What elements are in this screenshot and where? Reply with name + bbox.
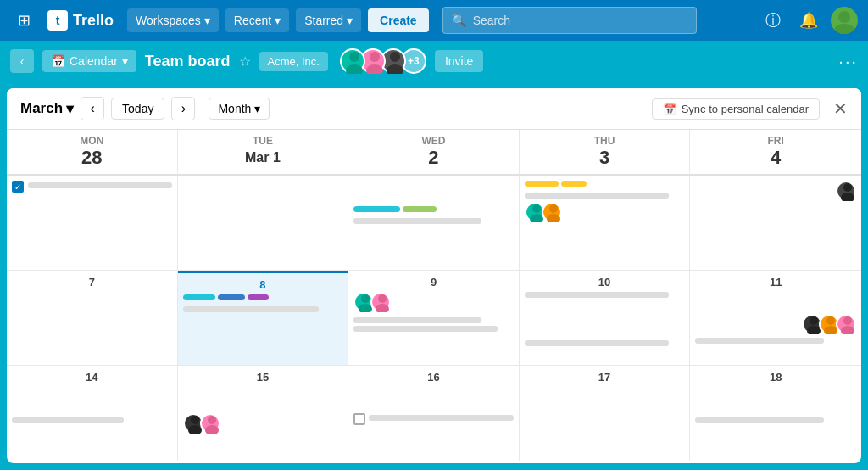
logo-text: Trello bbox=[73, 12, 114, 30]
svg-point-22 bbox=[843, 316, 852, 325]
trello-logo: t Trello bbox=[47, 10, 114, 31]
calendar-container: March ▾ ‹ Today › Month ▾ 📅 Sync to pers… bbox=[7, 88, 861, 463]
card-line-2 bbox=[525, 340, 669, 346]
sync-label: Sync to personal calendar bbox=[682, 103, 809, 115]
mini-avatar-fri4 bbox=[836, 181, 856, 201]
today-button[interactable]: Today bbox=[111, 98, 164, 120]
month-view-label: Month bbox=[218, 102, 251, 115]
cell-tue-mar1[interactable] bbox=[178, 176, 349, 271]
color-bars bbox=[353, 206, 514, 215]
search-box[interactable]: 🔍 Search bbox=[442, 7, 697, 34]
chevron-down-icon: ▾ bbox=[275, 14, 281, 27]
svg-point-7 bbox=[387, 64, 403, 74]
prev-month-button[interactable]: ‹ bbox=[81, 97, 104, 120]
cell-thu-17[interactable]: 17 bbox=[520, 366, 691, 461]
chevron-down-icon: ▾ bbox=[122, 54, 128, 68]
search-icon: 🔍 bbox=[452, 14, 466, 27]
card-line bbox=[183, 306, 319, 312]
calendar-icon: 📅 bbox=[51, 54, 65, 68]
svg-point-27 bbox=[205, 425, 219, 434]
more-options-button[interactable]: ··· bbox=[838, 52, 858, 71]
cell-thu-3[interactable] bbox=[520, 176, 691, 271]
card-line bbox=[695, 338, 824, 344]
svg-point-8 bbox=[532, 204, 541, 213]
month-view-button[interactable]: Month ▾ bbox=[209, 98, 270, 120]
purple-bar bbox=[248, 294, 269, 300]
cell-wed-16[interactable]: 16 bbox=[348, 366, 520, 461]
next-month-button[interactable]: › bbox=[171, 97, 195, 120]
day-header-mon: Mon 28 bbox=[7, 130, 178, 176]
svg-point-1 bbox=[834, 24, 854, 34]
checkbox-empty bbox=[353, 413, 365, 425]
svg-point-6 bbox=[390, 52, 400, 62]
close-calendar-button[interactable]: ✕ bbox=[833, 98, 848, 119]
cyan-bar bbox=[353, 206, 400, 212]
collapse-sidebar-button[interactable]: ‹ bbox=[10, 49, 34, 73]
cell-date-7: 7 bbox=[12, 276, 172, 288]
cell-fri-18[interactable]: 18 bbox=[690, 366, 861, 461]
svg-point-12 bbox=[843, 183, 852, 192]
info-button[interactable]: ⓘ bbox=[760, 7, 787, 34]
cell-wed-2[interactable] bbox=[348, 176, 520, 271]
create-label: Create bbox=[380, 14, 417, 27]
checkbox-icon: ✓ bbox=[12, 181, 24, 193]
view-selector-button[interactable]: 📅 Calendar ▾ bbox=[42, 50, 136, 72]
svg-point-24 bbox=[191, 416, 199, 424]
cell-tue-15[interactable]: 15 bbox=[178, 366, 349, 461]
cell-mon-7[interactable]: 7 bbox=[7, 271, 178, 366]
cell-mon-14[interactable]: 14 bbox=[7, 366, 178, 461]
invite-button[interactable]: Invite bbox=[435, 50, 483, 72]
star-icon[interactable]: ☆ bbox=[239, 53, 251, 70]
mini-avatar-3 bbox=[836, 314, 856, 334]
svg-point-23 bbox=[841, 326, 854, 334]
cell-fri-11[interactable]: 11 bbox=[690, 271, 861, 366]
starred-button[interactable]: Starred ▾ bbox=[296, 8, 361, 32]
day-header-wed: Wed 2 bbox=[348, 130, 520, 176]
create-button[interactable]: Create bbox=[368, 8, 429, 32]
card-line bbox=[353, 218, 481, 224]
mini-avatar-2 bbox=[542, 202, 562, 222]
nav-right: ⓘ 🔔 bbox=[760, 7, 858, 34]
cell-date-14: 14 bbox=[12, 371, 172, 383]
mini-avatars bbox=[525, 202, 685, 222]
sync-calendar-button[interactable]: 📅 Sync to personal calendar bbox=[652, 98, 820, 120]
cell-date-11: 11 bbox=[695, 276, 856, 288]
green-bar bbox=[403, 206, 437, 212]
yellow-bar bbox=[525, 181, 559, 187]
recent-label: Recent bbox=[234, 14, 271, 27]
workspace-tag[interactable]: Acme, Inc. bbox=[259, 52, 328, 71]
card-line bbox=[12, 417, 124, 423]
member-avatar-1[interactable] bbox=[340, 48, 365, 74]
month-selector[interactable]: March ▾ bbox=[20, 100, 74, 118]
color-bars bbox=[183, 294, 343, 303]
cell-tue-8[interactable]: 8 bbox=[178, 271, 349, 366]
logo-box: t bbox=[47, 10, 68, 31]
cell-thu-10[interactable]: 10 bbox=[520, 271, 691, 366]
cell-date-17: 17 bbox=[525, 371, 685, 383]
cell-fri-4[interactable] bbox=[690, 176, 861, 271]
view-label: Calendar bbox=[70, 54, 118, 68]
card-line bbox=[369, 415, 514, 421]
workspaces-button[interactable]: Workspaces ▾ bbox=[127, 8, 219, 32]
notifications-button[interactable]: 🔔 bbox=[795, 7, 822, 34]
month-label: March bbox=[20, 100, 63, 117]
svg-point-3 bbox=[346, 64, 363, 74]
blue-bar bbox=[218, 294, 245, 300]
svg-point-17 bbox=[376, 304, 389, 312]
chevron-down-icon: ▾ bbox=[66, 100, 74, 118]
svg-point-0 bbox=[838, 11, 850, 23]
recent-button[interactable]: Recent ▾ bbox=[225, 8, 289, 32]
svg-point-16 bbox=[378, 294, 387, 303]
svg-point-10 bbox=[549, 204, 558, 213]
invite-label: Invite bbox=[445, 54, 473, 68]
cell-wed-9[interactable]: 9 bbox=[348, 271, 520, 366]
grid-menu-button[interactable]: ⊞ bbox=[10, 7, 37, 34]
cell-date-15: 15 bbox=[183, 371, 343, 383]
user-avatar[interactable] bbox=[831, 7, 858, 34]
cyan-bar bbox=[183, 294, 215, 300]
card-line bbox=[525, 193, 669, 199]
cell-date-8: 8 bbox=[183, 278, 343, 291]
cell-mon-28[interactable]: ✓ bbox=[7, 176, 178, 271]
mini-avatars bbox=[183, 413, 343, 434]
chevron-down-icon: ▾ bbox=[347, 14, 353, 27]
